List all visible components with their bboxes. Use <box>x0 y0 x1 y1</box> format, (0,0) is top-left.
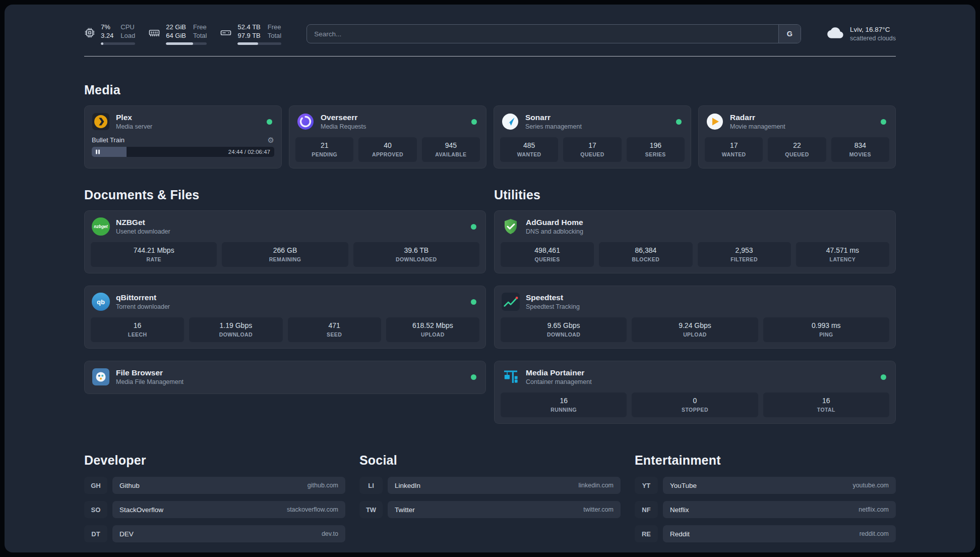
bookmark-stackoverflow[interactable]: SO StackOverflow stackoverflow.com <box>84 501 345 518</box>
status-dot <box>471 119 477 125</box>
stat-tile: 1.19 Gbps DOWNLOAD <box>189 317 282 342</box>
dashboard: 7% 3.24 CPU Load <box>5 5 975 552</box>
cpu-label-1: CPU <box>120 23 135 31</box>
cpu-load: 3.24 <box>101 31 113 40</box>
pause-button[interactable] <box>96 150 100 154</box>
stat-tile: 471 SEED <box>288 317 381 342</box>
memory-label-1: Free <box>193 23 207 31</box>
memory-widget: 22 GiB 64 GiB Free Total <box>148 23 207 45</box>
section-title-documents: Documents & Files <box>84 188 486 202</box>
weather-location: Lviv, 16.87°C <box>850 25 896 34</box>
status-dot <box>881 119 886 125</box>
cloud-icon <box>826 25 844 43</box>
service-name: Media Portainer <box>526 368 592 378</box>
bookmark-twitter[interactable]: TW Twitter twitter.com <box>359 501 621 518</box>
overseerr-icon <box>296 113 315 131</box>
topbar: 7% 3.24 CPU Load <box>84 23 896 45</box>
settings-gear-icon[interactable]: ⚙ <box>268 136 274 144</box>
section-media: Media Plex Media server <box>84 83 896 169</box>
service-desc: Torrent downloader <box>116 303 170 311</box>
bookmark-linkedin[interactable]: LI LinkedIn linkedin.com <box>359 477 621 494</box>
service-desc: Usenet downloader <box>116 228 170 236</box>
stat-tile: 0.993 ms PING <box>763 317 889 342</box>
stat-tile: 39.6 TB DOWNLOADED <box>353 242 479 267</box>
disk-usage-bar <box>237 42 281 45</box>
adguard-icon <box>502 217 520 236</box>
memory-icon <box>148 27 160 41</box>
bookmark-dev[interactable]: DT DEV dev.to <box>84 525 345 542</box>
playback-time: 24:44 / 02:06:47 <box>228 149 270 155</box>
stat-tile: 618.52 Mbps UPLOAD <box>386 317 479 342</box>
service-card-qbittorrent[interactable]: qb qBittorrent Torrent downloader 16 LEE… <box>84 286 486 349</box>
service-card-adguard[interactable]: AdGuard Home DNS and adblocking 498,461 … <box>494 210 896 273</box>
service-card-nzbget[interactable]: nzbget NZBGet Usenet downloader 744.21 M… <box>84 210 486 273</box>
plex-icon <box>92 113 110 131</box>
bookmark-youtube[interactable]: YT YouTube youtube.com <box>635 477 896 494</box>
stat-tile: 40 APPROVED <box>358 137 416 162</box>
service-name: Sonarr <box>525 113 582 123</box>
bookmark-group-entertainment: Entertainment YT YouTube youtube.com NF … <box>635 453 896 549</box>
service-card-radarr[interactable]: Radarr Movie management 17 WANTED 22 QUE… <box>698 105 896 169</box>
stat-tile: 485 WANTED <box>500 137 558 162</box>
search-provider-button[interactable]: G <box>778 25 801 43</box>
status-dot <box>881 374 886 380</box>
stat-tile: 21 PENDING <box>295 137 353 162</box>
service-name: qBittorrent <box>116 293 170 303</box>
section-title-media: Media <box>84 83 896 97</box>
qbittorrent-icon: qb <box>92 293 110 311</box>
disk-widget: 52.4 TB 97.9 TB Free Total <box>220 23 281 45</box>
portainer-icon <box>502 368 520 386</box>
service-desc: Media server <box>116 123 152 131</box>
stat-tile: 0 STOPPED <box>632 393 758 417</box>
service-desc: Speedtest Tracking <box>526 303 580 311</box>
section-utilities: Utilities AdGuard Home <box>494 188 896 424</box>
cpu-widget: 7% 3.24 CPU Load <box>84 23 135 45</box>
service-card-overseerr[interactable]: Overseerr Media Requests 21 PENDING 40 A… <box>289 105 486 169</box>
service-card-plex[interactable]: Plex Media server Bullet Train ⚙ 24:44 /… <box>84 105 282 169</box>
section-title-utilities: Utilities <box>494 188 896 202</box>
service-desc: DNS and adblocking <box>526 228 583 236</box>
memory-usage-bar <box>166 42 207 45</box>
service-name: Radarr <box>730 113 785 123</box>
service-desc: Movie management <box>730 123 785 131</box>
bookmark-group-social: Social LI LinkedIn linkedin.com TW Twitt… <box>359 453 621 549</box>
search-input[interactable] <box>307 25 778 43</box>
now-playing-title: Bullet Train <box>92 136 125 144</box>
stat-tile: 17 WANTED <box>705 137 763 162</box>
topbar-divider <box>84 56 896 57</box>
group-title-entertainment: Entertainment <box>635 453 896 468</box>
memory-label-2: Total <box>193 31 207 40</box>
stat-tile: 2,953 FILTERED <box>698 242 791 267</box>
status-dot <box>471 224 476 230</box>
radarr-icon <box>706 113 724 131</box>
stat-tile: 16 TOTAL <box>763 393 889 417</box>
service-card-portainer[interactable]: Media Portainer Container management 16 … <box>494 361 896 424</box>
stat-tile: 196 SERIES <box>627 137 685 162</box>
group-title-social: Social <box>359 453 621 468</box>
bookmark-netflix[interactable]: NF Netflix netflix.com <box>635 501 896 518</box>
weather-condition: scattered clouds <box>850 34 896 42</box>
search-bar: G <box>307 24 801 43</box>
bookmark-group-developer: Developer GH Github github.com SO StackO… <box>84 453 345 549</box>
disk-total: 97.9 TB <box>237 31 260 40</box>
service-card-filebrowser[interactable]: File Browser Media File Management <box>84 361 486 394</box>
status-dot <box>471 374 476 380</box>
group-title-developer: Developer <box>84 453 345 468</box>
memory-total: 64 GiB <box>166 31 186 40</box>
stat-tile: 834 MOVIES <box>831 137 889 162</box>
service-card-sonarr[interactable]: Sonarr Series management 485 WANTED 17 Q… <box>494 105 691 169</box>
cpu-usage-bar <box>101 42 135 45</box>
cpu-percent: 7% <box>101 23 113 31</box>
stat-tile: 9.24 Gbps UPLOAD <box>632 317 758 342</box>
service-card-speedtest[interactable]: Speedtest Speedtest Tracking 9.65 Gbps D… <box>494 286 896 349</box>
service-name: NZBGet <box>116 217 170 228</box>
stat-tile: 86,384 BLOCKED <box>599 242 692 267</box>
disk-label-2: Total <box>268 31 281 40</box>
memory-free: 22 GiB <box>166 23 186 31</box>
weather-widget: Lviv, 16.87°C scattered clouds <box>826 25 896 43</box>
section-documents: Documents & Files nzbget NZBGet Usenet d… <box>84 188 486 424</box>
bookmark-reddit[interactable]: RE Reddit reddit.com <box>635 525 896 542</box>
bookmark-github[interactable]: GH Github github.com <box>84 477 345 494</box>
stat-tile: 266 GB REMAINING <box>222 242 348 267</box>
cpu-icon <box>84 27 95 40</box>
